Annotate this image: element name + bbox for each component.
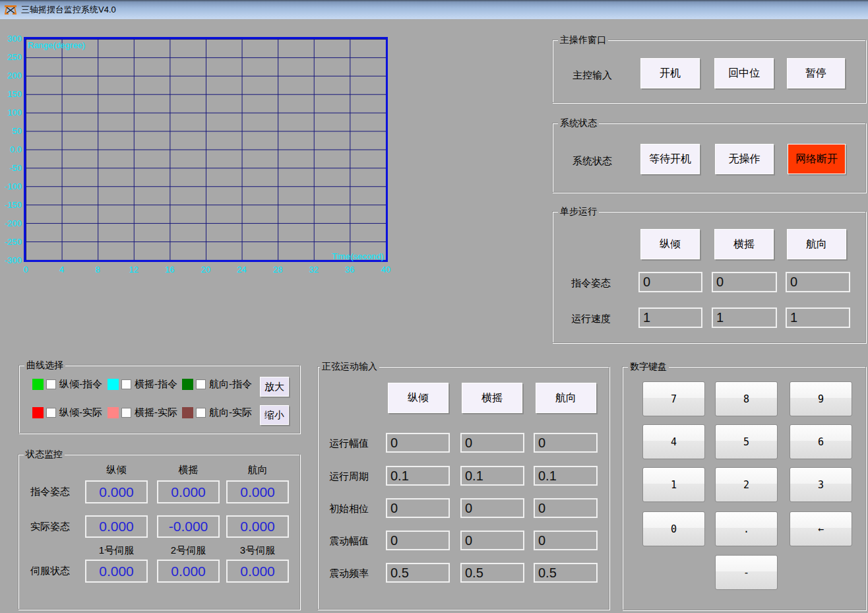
key-minus[interactable]: -	[715, 555, 778, 590]
vibration-amplitude-label: 震动幅值	[329, 535, 369, 548]
run-period-pitch-field[interactable]: 0.1	[386, 466, 450, 486]
panel-numeric-keypad: 数字键盘 7 8 9 4 5 6 1 2 3 0 . ← -	[622, 366, 866, 610]
key-3[interactable]: 3	[790, 467, 852, 502]
yaw-actual-label: 航向-实际	[209, 406, 252, 419]
y-tick-label: 50	[13, 126, 22, 136]
legend-yaw-actual: 航向-实际	[182, 406, 252, 419]
panel-curve-select-title: 曲线选择	[24, 360, 65, 370]
sine-pitch-button[interactable]: 纵倾	[388, 383, 449, 413]
key-dot[interactable]: .	[715, 511, 778, 546]
column-header-servo2: 2号伺服	[157, 544, 220, 557]
y-tick-label: 250	[7, 52, 22, 62]
panel-numeric-keypad-title: 数字键盘	[628, 361, 669, 371]
roll-command-swatch	[108, 379, 119, 390]
command-attitude-pitch-field[interactable]: 0	[638, 272, 702, 292]
roll-command-label: 横摇-指令	[135, 378, 177, 391]
system-status-label: 系统状态	[573, 155, 612, 168]
x-tick-label: 0	[13, 265, 39, 274]
vibration-frequency-yaw-field[interactable]: 0.5	[534, 563, 598, 583]
legend-yaw-command: 航向-指令	[182, 378, 252, 391]
command-attitude-roll-field[interactable]: 0	[712, 272, 777, 292]
yaw-actual-checkbox[interactable]	[196, 408, 206, 418]
cmd-attitude-display-roll: 0.000	[157, 480, 220, 503]
y-tick-label: -300	[5, 255, 22, 265]
servo-status-display-3: 0.000	[226, 560, 289, 583]
pitch-command-checkbox[interactable]	[46, 379, 56, 389]
vibration-amplitude-pitch-field[interactable]: 0	[386, 531, 450, 550]
column-header-servo1: 1号伺服	[85, 544, 148, 557]
roll-actual-checkbox[interactable]	[121, 408, 131, 418]
cmd-attitude-row-label: 指令姿态	[30, 486, 70, 498]
servo-status-row-label: 伺服状态	[30, 565, 70, 577]
vibration-amplitude-roll-field[interactable]: 0	[460, 531, 524, 550]
column-header-roll: 横摇	[157, 464, 220, 476]
cmd-attitude-display-pitch: 0.000	[85, 480, 148, 503]
main-input-label: 主控输入	[573, 69, 612, 82]
vibration-amplitude-yaw-field[interactable]: 0	[534, 531, 598, 550]
pause-button[interactable]: 暂停	[787, 58, 845, 88]
zoom-out-button[interactable]: 缩小	[260, 405, 289, 425]
sine-roll-button[interactable]: 横摇	[462, 383, 522, 413]
init-phase-pitch-field[interactable]: 0	[386, 498, 450, 518]
yaw-command-checkbox[interactable]	[196, 379, 206, 389]
vibration-frequency-pitch-field[interactable]: 0.5	[386, 563, 450, 583]
panel-status-monitor: 状态监控 纵倾 横摇 航向 指令姿态 0.000 0.000 0.000 实际姿…	[18, 454, 300, 610]
status-indicator-no-operation: 无操作	[715, 144, 774, 174]
key-6[interactable]: 6	[790, 424, 852, 459]
power-on-button[interactable]: 开机	[640, 58, 700, 88]
sine-yaw-button[interactable]: 航向	[536, 383, 596, 413]
actual-attitude-row-label: 实际姿态	[30, 521, 70, 533]
run-speed-pitch-field[interactable]: 1	[638, 307, 702, 328]
panel-main-operation: 主操作窗口 主控输入 开机 回中位 暂停	[552, 40, 866, 103]
run-amplitude-pitch-field[interactable]: 0	[386, 433, 450, 453]
app-icon	[5, 5, 16, 15]
servo-status-display-1: 0.000	[85, 560, 148, 583]
panel-sine-input-title: 正弦运动输入	[320, 361, 379, 371]
command-attitude-label: 指令姿态	[571, 277, 611, 290]
step-yaw-button[interactable]: 航向	[787, 229, 846, 259]
init-phase-yaw-field[interactable]: 0	[534, 498, 598, 518]
run-period-yaw-field[interactable]: 0.1	[534, 466, 598, 486]
app-window: 三轴摇摆台监控系统V4.0 Range(degree) Time(second)…	[0, 0, 868, 613]
x-tick-label: 40	[373, 265, 399, 274]
key-8[interactable]: 8	[715, 381, 778, 416]
step-roll-button[interactable]: 横摇	[714, 229, 774, 259]
x-tick-label: 36	[336, 265, 363, 274]
pitch-actual-label: 纵倾-实际	[59, 406, 102, 419]
column-header-pitch: 纵倾	[85, 464, 148, 476]
run-speed-yaw-field[interactable]: 1	[786, 307, 850, 328]
command-attitude-yaw-field[interactable]: 0	[786, 272, 850, 292]
x-axis-ticks: 0481216202428323640	[13, 265, 399, 274]
key-1[interactable]: 1	[642, 467, 705, 502]
run-amplitude-roll-field[interactable]: 0	[460, 433, 524, 453]
vibration-frequency-roll-field[interactable]: 0.5	[460, 563, 524, 583]
trend-chart-plot	[24, 37, 388, 262]
return-center-button[interactable]: 回中位	[714, 58, 774, 88]
run-speed-label: 运行速度	[571, 313, 611, 325]
yaw-command-swatch	[182, 379, 193, 390]
key-0[interactable]: 0	[642, 511, 705, 546]
run-period-roll-field[interactable]: 0.1	[460, 466, 524, 486]
roll-command-checkbox[interactable]	[121, 379, 131, 389]
key-2[interactable]: 2	[715, 467, 778, 502]
zoom-in-button[interactable]: 放大	[260, 377, 289, 397]
key-7[interactable]: 7	[642, 381, 705, 416]
title-bar: 三轴摇摆台监控系统V4.0	[0, 0, 868, 19]
key-5[interactable]: 5	[715, 424, 778, 459]
key-4[interactable]: 4	[642, 424, 705, 459]
panel-status-monitor-title: 状态监控	[24, 449, 65, 459]
run-speed-roll-field[interactable]: 1	[712, 307, 777, 328]
init-phase-label: 初始相位	[329, 503, 369, 515]
status-indicator-waiting: 等待开机	[640, 144, 700, 174]
x-tick-label: 20	[193, 265, 219, 274]
pitch-actual-checkbox[interactable]	[46, 408, 56, 418]
key-backspace[interactable]: ←	[790, 511, 852, 546]
run-amplitude-yaw-field[interactable]: 0	[534, 433, 598, 453]
panel-system-status-title: 系统状态	[558, 117, 599, 128]
step-pitch-button[interactable]: 纵倾	[640, 229, 700, 259]
x-tick-label: 12	[121, 265, 147, 274]
legend-roll-command: 横摇-指令	[108, 378, 177, 391]
init-phase-roll-field[interactable]: 0	[460, 498, 524, 518]
run-period-label: 运行周期	[329, 470, 369, 483]
key-9[interactable]: 9	[790, 381, 852, 416]
